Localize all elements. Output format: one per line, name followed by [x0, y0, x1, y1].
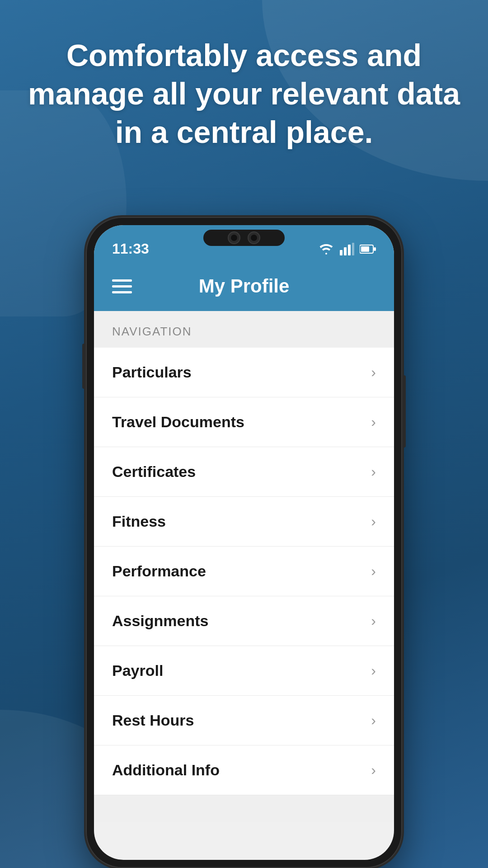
menu-item-label-travel-documents: Travel Documents: [112, 413, 244, 431]
status-icons: [318, 243, 376, 255]
menu-list: Particulars › Travel Documents › Certifi…: [94, 348, 394, 795]
menu-item-additional-info[interactable]: Additional Info ›: [94, 745, 394, 795]
app-title: My Profile: [199, 275, 290, 297]
svg-rect-2: [348, 245, 351, 255]
bottom-area: [94, 795, 394, 822]
phone-mockup: 11:33: [86, 217, 402, 868]
phone-screen: 11:33: [94, 225, 394, 860]
svg-rect-6: [374, 247, 376, 251]
svg-rect-0: [340, 250, 343, 255]
phone-frame: 11:33: [86, 217, 402, 868]
menu-item-label-performance: Performance: [112, 562, 206, 580]
hamburger-button[interactable]: [112, 279, 132, 293]
screen-content: NAVIGATION Particulars › Travel Document…: [94, 311, 394, 822]
svg-rect-5: [361, 246, 369, 252]
menu-item-label-particulars: Particulars: [112, 363, 192, 381]
chevron-icon-travel-documents: ›: [371, 414, 376, 430]
menu-item-rest-hours[interactable]: Rest Hours ›: [94, 696, 394, 745]
battery-icon: [360, 244, 376, 254]
menu-item-certificates[interactable]: Certificates ›: [94, 447, 394, 497]
phone-button-left: [82, 344, 86, 389]
chevron-icon-payroll: ›: [371, 662, 376, 679]
menu-item-payroll[interactable]: Payroll ›: [94, 646, 394, 696]
hamburger-line-1: [112, 279, 132, 282]
hero-section: Comfortably access and manage all your r…: [0, 36, 488, 151]
app-header: My Profile: [94, 261, 394, 311]
navigation-section-label: NAVIGATION: [94, 311, 394, 348]
camera-lens-1: [228, 231, 240, 244]
camera-lens-2: [248, 231, 260, 244]
hamburger-line-2: [112, 285, 132, 288]
menu-item-performance[interactable]: Performance ›: [94, 547, 394, 596]
wifi-icon: [318, 243, 334, 255]
chevron-icon-particulars: ›: [371, 364, 376, 381]
hamburger-line-3: [112, 291, 132, 293]
menu-item-label-payroll: Payroll: [112, 662, 163, 679]
menu-item-label-certificates: Certificates: [112, 463, 196, 481]
phone-button-right: [402, 375, 406, 448]
chevron-icon-certificates: ›: [371, 463, 376, 480]
svg-rect-1: [344, 247, 347, 255]
chevron-icon-rest-hours: ›: [371, 712, 376, 729]
menu-item-label-rest-hours: Rest Hours: [112, 712, 194, 729]
menu-item-label-additional-info: Additional Info: [112, 761, 220, 779]
menu-item-travel-documents[interactable]: Travel Documents ›: [94, 397, 394, 447]
menu-item-fitness[interactable]: Fitness ›: [94, 497, 394, 547]
chevron-icon-assignments: ›: [371, 613, 376, 629]
chevron-icon-performance: ›: [371, 563, 376, 580]
chevron-icon-additional-info: ›: [371, 762, 376, 778]
svg-rect-3: [352, 243, 354, 255]
signal-icon: [340, 243, 354, 255]
hero-title: Comfortably access and manage all your r…: [27, 36, 461, 151]
menu-item-assignments[interactable]: Assignments ›: [94, 596, 394, 646]
menu-item-label-assignments: Assignments: [112, 612, 209, 630]
menu-item-label-fitness: Fitness: [112, 513, 166, 530]
status-time: 11:33: [112, 241, 149, 257]
chevron-icon-fitness: ›: [371, 513, 376, 530]
menu-item-particulars[interactable]: Particulars ›: [94, 348, 394, 397]
camera-notch: [203, 230, 285, 246]
